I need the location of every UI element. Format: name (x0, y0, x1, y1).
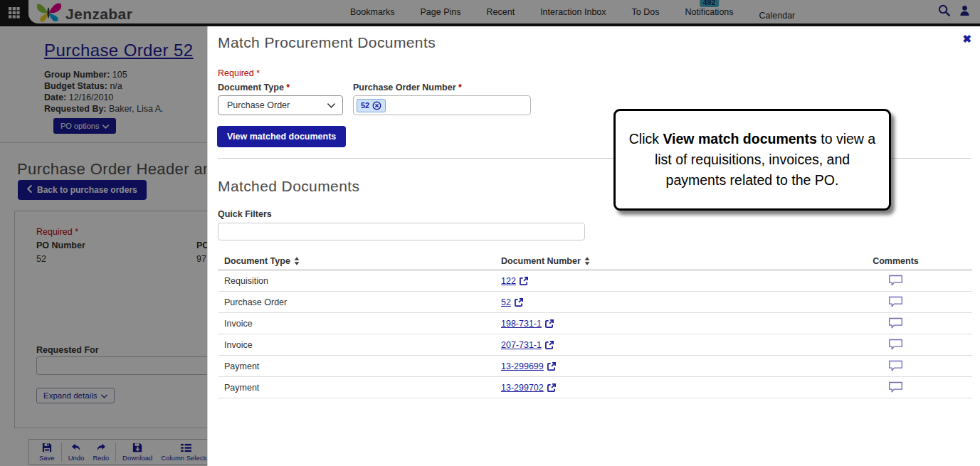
document-type-cell: Requisition (218, 276, 501, 286)
quick-filters-label: Quick Filters (218, 209, 272, 219)
quick-filters-input[interactable] (218, 223, 585, 240)
view-matched-documents-button[interactable]: View matched documents (217, 126, 346, 147)
external-link-icon[interactable] (520, 277, 528, 285)
matched-documents-heading: Matched Documents (218, 178, 359, 195)
document-type-cell: Payment (218, 361, 501, 371)
purchase-order-number-input[interactable]: 52 (353, 95, 531, 115)
document-number-link[interactable]: 13-299699 (501, 361, 544, 371)
table-row: Requisition 122 (218, 270, 972, 292)
document-type-cell: Invoice (218, 319, 501, 329)
callout-text: Click View match documents to view a lis… (628, 129, 876, 191)
external-link-icon[interactable] (545, 319, 554, 328)
external-link-icon[interactable] (547, 383, 556, 392)
document-number-cell: 13-299699 (501, 361, 819, 371)
match-procurement-documents-modal: ✖ Match Procurement Documents Required *… (207, 26, 980, 466)
comments-cell (819, 296, 972, 308)
comments-cell (819, 381, 972, 393)
comments-cell (819, 360, 972, 372)
external-link-icon[interactable] (515, 298, 523, 307)
document-number-cell: 52 (501, 297, 819, 307)
document-type-label: Document Type * (218, 83, 290, 92)
table-body: Requisition 122 Purchase Order 52 Invoic… (218, 270, 972, 398)
table-row: Invoice 207-731-1 (218, 334, 972, 356)
comment-icon[interactable] (888, 381, 903, 393)
chevron-down-icon (327, 100, 335, 110)
document-number-cell: 122 (501, 276, 819, 286)
sort-icon[interactable] (294, 257, 300, 265)
table-row: Payment 13-299702 (218, 377, 972, 398)
modal-title: Match Procurement Documents (218, 34, 436, 51)
document-number-link[interactable]: 52 (501, 297, 511, 307)
external-link-icon[interactable] (547, 362, 556, 371)
document-number-header[interactable]: Document Number (501, 256, 819, 266)
remove-chip-icon[interactable] (372, 101, 381, 110)
comment-icon[interactable] (888, 339, 903, 351)
table-row: Purchase Order 52 (218, 292, 972, 313)
required-note: Required * (218, 68, 260, 78)
comments-header: Comments (819, 256, 972, 266)
purchase-order-number-label: Purchase Order Number * (353, 83, 462, 92)
document-number-link[interactable]: 198-731-1 (501, 319, 542, 329)
instruction-callout: Click View match documents to view a lis… (613, 109, 891, 211)
document-number-cell: 13-299702 (501, 383, 819, 393)
document-number-cell: 198-731-1 (501, 319, 819, 329)
sort-icon[interactable] (584, 257, 590, 265)
close-icon[interactable]: ✖ (962, 33, 971, 44)
document-type-cell: Invoice (218, 340, 501, 350)
external-link-icon[interactable] (545, 341, 554, 349)
table-row: Payment 13-299699 (218, 356, 972, 377)
comment-icon[interactable] (888, 275, 903, 287)
document-number-link[interactable]: 122 (501, 276, 516, 286)
comment-icon[interactable] (888, 360, 903, 372)
document-type-header[interactable]: Document Type (218, 256, 501, 266)
po-number-chip: 52 (357, 99, 386, 112)
document-number-link[interactable]: 207-731-1 (501, 340, 542, 350)
document-number-cell: 207-731-1 (501, 340, 819, 350)
comments-cell (819, 275, 972, 287)
document-type-select[interactable]: Purchase Order (218, 95, 343, 115)
document-type-cell: Purchase Order (218, 297, 501, 307)
matched-documents-table: Document Type Document Number Comments R… (218, 252, 972, 398)
table-header-row: Document Type Document Number Comments (218, 252, 972, 270)
comment-icon[interactable] (888, 317, 903, 329)
document-number-link[interactable]: 13-299702 (501, 383, 544, 393)
table-row: Invoice 198-731-1 (218, 313, 972, 334)
document-type-cell: Payment (218, 383, 501, 393)
comments-cell (819, 339, 972, 351)
comments-cell (819, 317, 972, 329)
comment-icon[interactable] (888, 296, 903, 308)
